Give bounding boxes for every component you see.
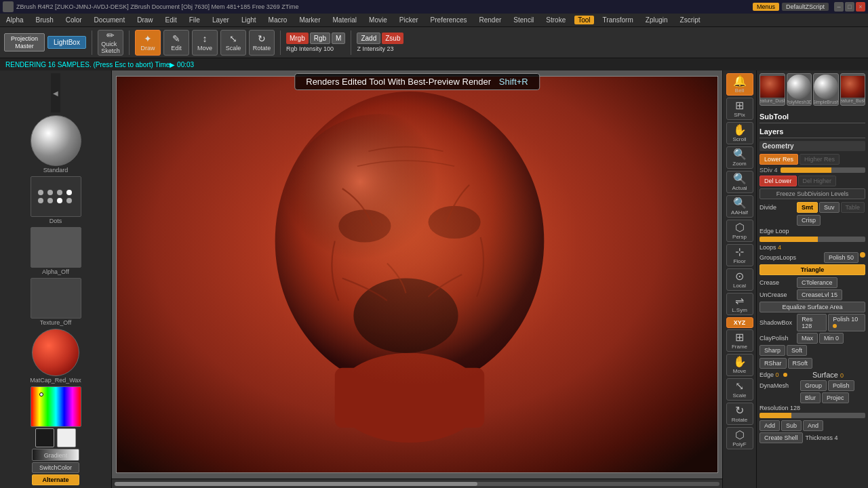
move-tool-btn[interactable]: ↕ Move	[192, 30, 218, 56]
sharp-btn[interactable]: Sharp	[760, 345, 785, 356]
alpha-preview[interactable]	[31, 227, 81, 268]
background-color[interactable]	[57, 428, 76, 447]
texture-preview[interactable]	[31, 278, 81, 319]
del-lower-btn[interactable]: Del Lower	[760, 176, 797, 186]
right-move-btn[interactable]: ✋ Move	[726, 354, 753, 376]
right-rotate-btn[interactable]: ↻ Rotate	[726, 403, 753, 425]
foreground-color[interactable]	[35, 428, 54, 447]
local-btn[interactable]: ⊙ Local	[726, 268, 753, 291]
menu-alpha[interactable]: Alpha	[3, 16, 27, 24]
lower-res-btn[interactable]: Lower Res	[760, 154, 798, 165]
menu-transform[interactable]: Transform	[599, 16, 637, 24]
floor-btn[interactable]: ⊹ Floor	[726, 244, 753, 266]
m-btn[interactable]: M	[332, 33, 345, 44]
menu-light[interactable]: Light	[238, 16, 260, 24]
edge-loop-slider[interactable]	[760, 237, 865, 242]
bell-btn[interactable]: 🔔 Bell	[726, 73, 753, 96]
del-higher-btn[interactable]: Del Higher	[798, 176, 837, 186]
menu-file[interactable]: File	[186, 16, 203, 24]
ctolerance-btn[interactable]: CTolerance	[797, 277, 837, 288]
zoom-btn[interactable]: 🔍 Zoom	[726, 146, 753, 169]
menu-stencil[interactable]: Stencil	[510, 16, 537, 24]
menu-stroke[interactable]: Stroke	[542, 16, 569, 24]
proj-btn[interactable]: Projec	[822, 392, 849, 403]
sub-btn[interactable]: Sub	[781, 420, 802, 431]
thumb-creature-dust[interactable]: Creature_Dust_1	[760, 73, 785, 106]
default-script-btn[interactable]: DefaultZScript	[782, 3, 829, 11]
res128-btn[interactable]: Res 128	[797, 314, 827, 331]
min-btn[interactable]: Min 0	[819, 333, 844, 344]
menu-tool[interactable]: Tool	[574, 16, 593, 24]
gradient-btn[interactable]: Gradient	[32, 449, 79, 461]
menu-draw[interactable]: Draw	[134, 16, 156, 24]
xyz-btn[interactable]: XYZ	[726, 317, 753, 328]
thumb-creature-bust[interactable]: Creature_Bust_1	[840, 73, 866, 106]
horizontal-scrollbar-thumb[interactable]	[115, 482, 477, 486]
soft-btn[interactable]: Soft	[787, 345, 807, 356]
persp-btn[interactable]: ⬡ Persp	[726, 220, 753, 242]
scale-tool-btn[interactable]: ⤡ Scale	[220, 30, 246, 56]
triangle-btn[interactable]: Triangle	[760, 264, 865, 275]
zsub-btn[interactable]: Zsub	[382, 33, 403, 44]
menu-edit[interactable]: Edit	[162, 16, 180, 24]
right-scale-btn[interactable]: ⤡ Scale	[726, 378, 753, 401]
maximize-button[interactable]: □	[845, 2, 854, 12]
actual-btn[interactable]: 🔍 Actual	[726, 171, 753, 193]
menu-brush[interactable]: Brush	[33, 16, 57, 24]
max-btn[interactable]: Max	[797, 333, 818, 344]
viewport[interactable]	[116, 76, 718, 473]
and-btn[interactable]: And	[803, 420, 823, 431]
add-btn[interactable]: Add	[760, 420, 780, 431]
left-collapse-arrow[interactable]: ◀	[51, 73, 60, 113]
menu-preferences[interactable]: Preferences	[427, 16, 471, 24]
freeze-btn[interactable]: Freeze SubDivision Levels	[760, 188, 865, 199]
polyf-btn[interactable]: ⬡ PolyF	[726, 427, 753, 449]
rotate-tool-btn[interactable]: ↻ Rotate	[249, 30, 275, 56]
menu-movie[interactable]: Movie	[366, 16, 391, 24]
menu-picker[interactable]: Picker	[396, 16, 422, 24]
menu-material[interactable]: Material	[330, 16, 361, 24]
layers-header[interactable]: Layers	[760, 126, 865, 138]
menu-zscript[interactable]: Zscript	[677, 16, 704, 24]
draw-tool-btn[interactable]: ✦ Draw	[135, 30, 161, 56]
spix-btn[interactable]: ⊞ SPix	[726, 98, 753, 120]
subtool-header[interactable]: SubTool	[760, 111, 865, 123]
suv-btn[interactable]: Suv	[819, 202, 840, 213]
scroll-btn[interactable]: ✋ Scroll	[726, 122, 753, 144]
alternate-btn[interactable]: Alternate	[32, 474, 79, 485]
menu-marker[interactable]: Marker	[296, 16, 323, 24]
rshar-btn[interactable]: RShar	[760, 358, 787, 369]
matcap-preview[interactable]	[32, 329, 79, 376]
polish10-btn[interactable]: Polish 10	[828, 314, 865, 331]
sdiv-slider[interactable]	[781, 167, 865, 173]
menu-macro[interactable]: Macro	[265, 16, 291, 24]
zadd-btn[interactable]: Zadd	[357, 33, 380, 44]
polish-dyna-btn[interactable]: Polish	[828, 380, 854, 391]
menu-document[interactable]: Document	[91, 16, 129, 24]
menu-color[interactable]: Color	[62, 16, 85, 24]
frame-btn[interactable]: ⊞ Frame	[726, 329, 753, 352]
equalize-btn[interactable]: Equalize Surface Area	[760, 302, 865, 312]
close-button[interactable]: ×	[856, 2, 865, 12]
lightbox-button[interactable]: LightBox	[47, 36, 86, 49]
sculpt-viewport[interactable]	[117, 77, 717, 472]
menus-btn[interactable]: Menus	[753, 3, 779, 11]
geometry-header[interactable]: Geometry	[760, 141, 865, 151]
resolution-slider[interactable]	[760, 413, 865, 418]
table-btn[interactable]: Table	[841, 202, 865, 213]
brush-preview[interactable]	[31, 115, 81, 166]
create-shell-btn[interactable]: Create Shell	[760, 432, 803, 443]
menu-zplugin[interactable]: Zplugin	[642, 16, 671, 24]
rgb-btn[interactable]: Rgb	[310, 33, 330, 44]
menu-layer[interactable]: Layer	[209, 16, 233, 24]
thumb-simplebrush[interactable]: SimpleBrush	[813, 73, 839, 106]
menu-render[interactable]: Render	[476, 16, 505, 24]
bottom-scrollbar[interactable]	[112, 479, 722, 488]
higher-res-btn[interactable]: Higher Res	[800, 154, 840, 165]
aahalf-btn[interactable]: 🔍 AAHalf	[726, 195, 753, 218]
creaselvl-btn[interactable]: CreaseLvl 15	[797, 289, 842, 300]
thumb-polymesh[interactable]: PolyMesh3D	[787, 73, 812, 106]
rsoft-btn[interactable]: RSoft	[788, 358, 813, 369]
blur-btn[interactable]: Blur	[800, 392, 821, 403]
group-dyna-btn[interactable]: Group	[800, 380, 827, 391]
